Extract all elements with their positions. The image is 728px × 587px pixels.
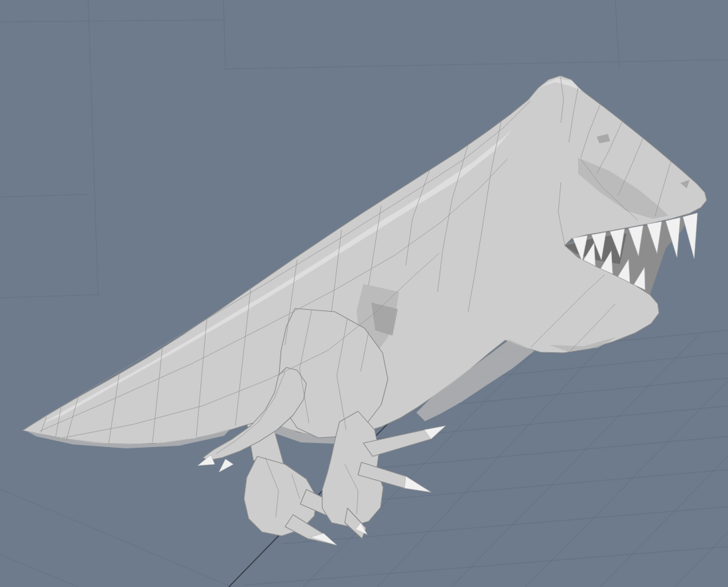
- 3d-viewport[interactable]: -x: [0, 0, 728, 587]
